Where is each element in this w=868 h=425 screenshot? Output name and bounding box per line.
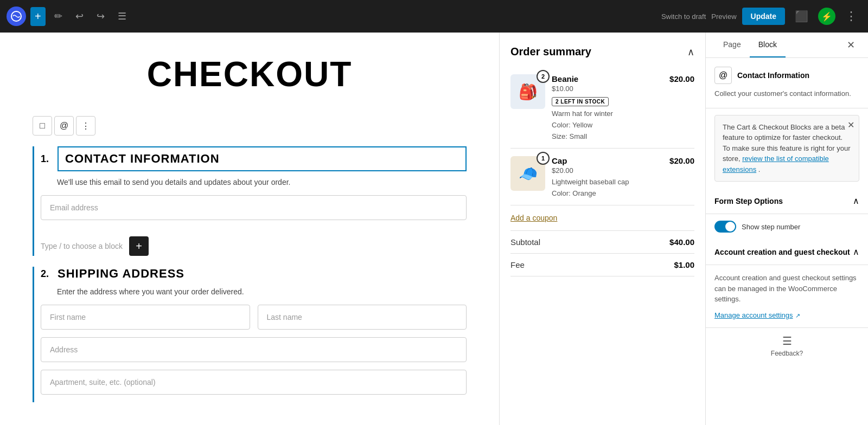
account-section-header[interactable]: Account creation and guest checkout ∧ <box>706 239 868 265</box>
form-step-options-title: Form Step Options <box>714 197 783 205</box>
account-section-title: Account creation and guest checkout <box>714 248 850 256</box>
fee-amount: $1.00 <box>674 260 694 269</box>
shipping-section-desc: Enter the address where you want your or… <box>57 287 467 296</box>
product-item-cap: 🧢 1 Cap $20.00 Lightweight baseball cap … <box>510 149 694 205</box>
main-layout: CHECKOUT □ @ ⋮ 1. CONTACT INFORMATION We… <box>0 33 868 425</box>
switch-to-draft-button[interactable]: Switch to draft <box>661 12 706 21</box>
product-detail1: Color: Yellow <box>552 121 663 129</box>
product-unit-price-cap: $20.00 <box>552 166 663 175</box>
account-section-desc: Account creation and guest checkout sett… <box>714 273 859 305</box>
add-block-hint: Type / to choose a block <box>41 242 123 250</box>
product-total-price: $20.00 <box>669 74 694 140</box>
contact-info-header: @ Contact Information <box>714 67 859 84</box>
beta-notice-close-button[interactable]: ✕ <box>847 120 854 130</box>
options-button[interactable]: ⋮ <box>841 7 861 25</box>
shipping-section: 2. SHIPPING ADDRESS Enter the address wh… <box>33 267 467 402</box>
product-unit-price: $10.00 <box>552 85 663 93</box>
account-section-body: Account creation and guest checkout sett… <box>706 265 868 327</box>
feedback-icon: ☰ <box>782 334 792 347</box>
tab-block[interactable]: Block <box>750 33 786 57</box>
beta-notice: ✕ The Cart & Checkout Blocks are a beta … <box>714 115 859 182</box>
product-detail2: Size: Small <box>552 132 663 140</box>
more-icon-button[interactable]: ⋮ <box>76 116 95 136</box>
editor-area: CHECKOUT □ @ ⋮ 1. CONTACT INFORMATION We… <box>0 33 499 425</box>
show-step-number-toggle[interactable] <box>714 221 736 233</box>
product-name-cap: Cap <box>552 156 663 165</box>
product-item-beanie: 🎒 2 Beanie $10.00 2 LEFT IN STOCK Warm h… <box>510 67 694 149</box>
contact-info-panel-title: Contact Information <box>737 71 809 80</box>
wp-logo-icon[interactable] <box>7 7 26 26</box>
tab-page[interactable]: Page <box>714 33 750 57</box>
panel-close-button[interactable]: ✕ <box>843 33 859 57</box>
show-step-number-row: Show step number <box>706 214 868 239</box>
contact-section-number: 1. <box>41 153 49 165</box>
show-step-number-label: Show step number <box>742 223 800 231</box>
order-summary-toggle[interactable]: ∧ <box>687 46 694 58</box>
shipping-section-number: 2. <box>41 268 49 280</box>
block-settings-panel: Page Block ✕ @ Contact Information Colle… <box>705 33 868 425</box>
toolbar: + ✏ ↩ ↪ ☰ Switch to draft Preview Update… <box>0 0 868 33</box>
subtotal-amount: $40.00 <box>669 237 694 247</box>
product-description: Warm hat for winter <box>552 110 663 118</box>
product-image-cap: 🧢 1 <box>510 156 545 191</box>
email-input[interactable] <box>41 195 467 220</box>
product-detail1-cap: Color: Orange <box>552 189 663 197</box>
product-quantity-badge-cap: 1 <box>537 152 550 165</box>
beta-notice-suffix: . <box>758 165 761 173</box>
order-summary-title: Order summary <box>510 46 591 58</box>
add-block-row: Type / to choose a block + <box>41 236 467 256</box>
toolbar-right: Switch to draft Preview Update ⬛ ⚡ ⋮ <box>661 7 861 25</box>
fee-row: Fee $1.00 <box>510 254 694 276</box>
layout-icon-button[interactable]: □ <box>33 116 52 136</box>
contact-info-panel-section: @ Contact Information Collect your custo… <box>706 58 868 108</box>
add-coupon-row: Add a coupon <box>510 205 694 231</box>
product-name: Beanie <box>552 74 663 83</box>
shipping-section-title: SHIPPING ADDRESS <box>58 267 184 281</box>
stock-badge: 2 LEFT IN STOCK <box>552 97 609 106</box>
contact-section-header: 1. CONTACT INFORMATION <box>41 146 467 171</box>
product-quantity-badge: 2 <box>537 70 550 83</box>
add-block-plus-button[interactable]: + <box>129 236 149 256</box>
block-toolbar: □ @ ⋮ <box>33 116 467 136</box>
product-image-beanie: 🎒 2 <box>510 74 545 109</box>
panel-tabs: Page Block ✕ <box>706 33 868 58</box>
form-step-options-chevron-icon: ∧ <box>853 196 859 206</box>
product-description-cap: Lightweight baseball cap <box>552 178 663 186</box>
account-section-chevron-icon: ∧ <box>853 247 859 257</box>
apt-input[interactable] <box>41 370 467 395</box>
feedback-label: Feedback? <box>771 350 803 357</box>
fee-label: Fee <box>510 260 525 269</box>
view-toggle-button[interactable]: ⬛ <box>790 8 813 25</box>
product-info-cap: Cap $20.00 Lightweight baseball cap Colo… <box>552 156 663 197</box>
feedback-button[interactable]: ☰ Feedback? <box>706 327 868 364</box>
document-overview-button[interactable]: ☰ <box>113 7 131 25</box>
product-total-price-cap: $20.00 <box>669 156 694 197</box>
address-input[interactable] <box>41 337 467 362</box>
redo-button[interactable]: ↪ <box>92 7 109 25</box>
edit-mode-button[interactable]: ✏ <box>50 7 67 25</box>
order-summary-header: Order summary ∧ <box>510 46 694 58</box>
add-coupon-button[interactable]: Add a coupon <box>510 214 557 222</box>
contact-section: 1. CONTACT INFORMATION We'll use this em… <box>33 146 467 256</box>
page-title: CHECKOUT <box>33 54 467 94</box>
shipping-section-header: 2. SHIPPING ADDRESS <box>41 267 467 281</box>
contact-section-desc: We'll use this email to send you details… <box>57 178 467 186</box>
manage-account-settings-link[interactable]: Manage account settings <box>714 311 793 319</box>
preview-button[interactable]: Preview <box>711 12 736 21</box>
contact-info-panel-desc: Collect your customer's contact informat… <box>714 88 859 99</box>
cap-emoji: 🧢 <box>519 165 538 183</box>
subtotal-label: Subtotal <box>510 237 540 247</box>
name-row <box>41 305 467 330</box>
product-info-beanie: Beanie $10.00 2 LEFT IN STOCK Warm hat f… <box>552 74 663 140</box>
form-step-options-header[interactable]: Form Step Options ∧ <box>706 188 868 214</box>
contact-section-title[interactable]: CONTACT INFORMATION <box>58 146 467 171</box>
undo-button[interactable]: ↩ <box>71 7 88 25</box>
add-block-button[interactable]: + <box>30 7 46 26</box>
update-button[interactable]: Update <box>742 8 785 25</box>
first-name-input[interactable] <box>41 305 250 330</box>
order-summary-panel: Order summary ∧ 🎒 2 Beanie $10.00 2 LEFT… <box>499 33 705 425</box>
at-icon-button[interactable]: @ <box>54 116 74 136</box>
external-link-icon: ↗ <box>795 312 800 319</box>
notifications-icon[interactable]: ⚡ <box>818 8 835 25</box>
last-name-input[interactable] <box>258 305 467 330</box>
